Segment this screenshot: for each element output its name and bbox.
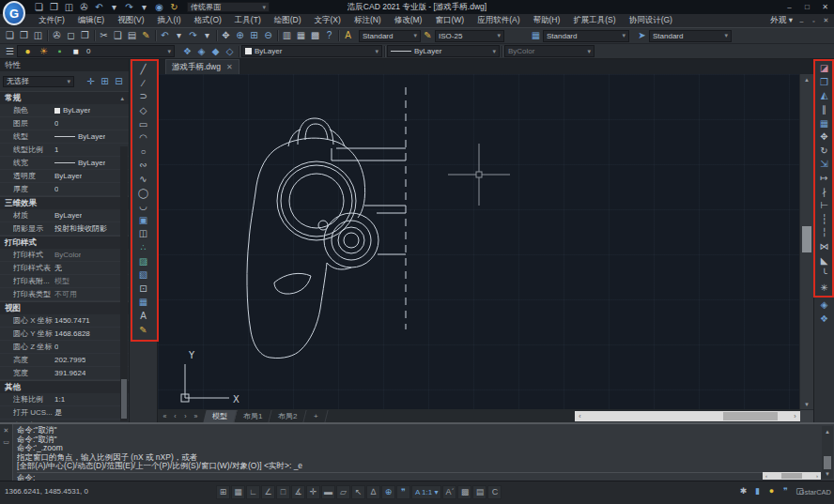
menu-item-5[interactable]: 工具(T)	[228, 15, 268, 26]
collapse-icon[interactable]: ▴	[120, 95, 124, 102]
clean-screen-icon[interactable]: C	[487, 485, 502, 499]
property-row[interactable]: 圆心 Y 坐标1468.6828	[0, 328, 129, 341]
section-header[interactable]: 打印样式▴	[0, 236, 129, 249]
chevron-down-icon[interactable]: ▾	[489, 48, 496, 55]
chamfer-icon[interactable]: ◣	[817, 253, 832, 267]
menu-item-3[interactable]: 插入(I)	[151, 15, 188, 26]
undo-dropdown-icon[interactable]: ▾	[172, 29, 186, 42]
layout-prev-icon[interactable]: ‹	[170, 410, 180, 421]
gradient-icon[interactable]: ▧	[136, 268, 151, 283]
lineweight-display-icon[interactable]: ▬	[321, 485, 335, 499]
menu-item-10[interactable]: 窗口(W)	[428, 15, 471, 26]
scroll-down-icon[interactable]: ▼	[822, 468, 833, 479]
quick-select-icon[interactable]: ⊟	[112, 75, 126, 88]
close-icon[interactable]: ✕	[226, 63, 233, 71]
property-row[interactable]: 线型ByLayer	[0, 130, 129, 144]
revision-cloud-icon[interactable]: ∾	[136, 159, 151, 173]
layout-tab-2[interactable]: 布局2	[270, 410, 308, 422]
layer-properties-icon[interactable]: ☰	[3, 45, 17, 58]
chevron-down-icon[interactable]: ▾	[259, 4, 266, 11]
rotate-icon[interactable]: ↻	[817, 145, 832, 159]
command-window[interactable]: ✕ ▭ 命令:"取消"命令:"取消"命令:'_.zoom指定窗口的角点，输入比例…	[0, 422, 834, 481]
canvas-horizontal-scrollbar[interactable]: ‹ ›	[575, 411, 800, 421]
layout-first-icon[interactable]: «	[160, 410, 170, 421]
annotation-visibility-icon[interactable]: Aˊ	[442, 485, 456, 499]
menu-item-12[interactable]: 帮助(H)	[526, 15, 566, 26]
make-object-layer-current-icon[interactable]: ❖	[180, 45, 194, 58]
menu-item-7[interactable]: 文字(X)	[308, 15, 348, 26]
property-row[interactable]: 注释比例1:1	[0, 393, 129, 406]
command-history[interactable]: 命令:"取消"命令:"取消"命令:'_.zoom指定窗口的角点，输入比例因子 (…	[17, 426, 817, 471]
property-row[interactable]: 打印样式表无	[0, 262, 129, 275]
section-header[interactable]: 视图▴	[0, 301, 129, 314]
object-snap-tracking-icon[interactable]: ∡	[291, 485, 305, 499]
pan-icon[interactable]: ✥	[219, 29, 233, 42]
tips-bulb-icon[interactable]: ●	[765, 485, 778, 497]
scroll-left-icon[interactable]: ‹	[763, 473, 770, 479]
select-objects-icon[interactable]: ⊞	[98, 75, 112, 88]
menu-item-8[interactable]: 标注(N)	[348, 15, 388, 26]
mleader-style-combo[interactable]: Standard▾	[649, 30, 732, 42]
property-row[interactable]: 高度202.7995	[0, 354, 129, 367]
stretch-icon[interactable]: ↦	[817, 172, 832, 186]
workspace-switch-icon[interactable]: ▤	[472, 485, 486, 499]
property-row[interactable]: 圆心 Z 坐标0	[0, 341, 129, 354]
fillet-icon[interactable]: ╰	[817, 267, 832, 282]
ellipse-arc-icon[interactable]: ◡	[136, 200, 151, 214]
scroll-right-icon[interactable]: ›	[813, 473, 821, 479]
menu-item-2[interactable]: 视图(V)	[111, 15, 150, 26]
layer-on-bulb-icon[interactable]: ●	[21, 45, 35, 58]
transparency-icon[interactable]: ▱	[336, 485, 350, 499]
construction-line-icon[interactable]: ∕	[136, 77, 151, 91]
property-row[interactable]: 打印表类型不可用	[0, 288, 129, 301]
doc-minimize-button[interactable]: –	[795, 16, 808, 26]
trim-icon[interactable]: ∤	[817, 185, 832, 199]
zoom-previous-icon[interactable]: ⊖	[261, 29, 275, 42]
insert-block-icon[interactable]: ▣	[136, 214, 151, 228]
property-row[interactable]: 材质ByLayer	[0, 209, 129, 222]
canvas-scroll-thumb[interactable]	[802, 226, 811, 252]
help-icon[interactable]: ?	[322, 29, 336, 42]
undo-icon[interactable]: ↶	[158, 29, 172, 42]
table-style-icon[interactable]: ▦	[529, 29, 543, 42]
menu-item-13[interactable]: 扩展工具(S)	[566, 15, 622, 26]
menu-item-14[interactable]: 协同设计(G)	[623, 15, 679, 26]
dim-style-icon[interactable]: ✎	[421, 29, 435, 42]
section-header[interactable]: 三维效果▴	[0, 196, 129, 209]
layout-last-icon[interactable]: »	[191, 410, 201, 421]
redo-icon[interactable]: ↷	[186, 29, 200, 42]
isodraft-icon[interactable]: ▩	[457, 485, 471, 499]
move-icon[interactable]: ✥	[817, 130, 832, 145]
menu-item-1[interactable]: 编辑(E)	[71, 15, 111, 26]
draworder-icon[interactable]: ◈	[817, 298, 832, 313]
redo-icon[interactable]: ↷	[122, 1, 136, 14]
properties-palette-icon[interactable]: ▥	[280, 29, 294, 42]
undo-icon[interactable]: ↶	[92, 1, 106, 14]
close-icon[interactable]: ✕	[2, 426, 11, 435]
mirror-icon[interactable]: ◭	[817, 89, 832, 103]
layer-isolate-icon[interactable]: ◇	[223, 45, 237, 58]
print-preview-icon[interactable]: ◻	[64, 29, 78, 42]
break-at-point-icon[interactable]: ┆	[817, 213, 832, 227]
gstarcad-logo-icon[interactable]: G	[3, 1, 25, 25]
redo-dropdown-icon[interactable]: ▾	[200, 29, 214, 42]
polyline-icon[interactable]: ⊃	[136, 90, 151, 104]
plot-icon[interactable]: ✇	[50, 29, 64, 42]
extend-icon[interactable]: ⊢	[817, 199, 832, 213]
layer-freeze-sun-icon[interactable]: ☀	[37, 45, 51, 58]
command-scroll-thumb[interactable]	[824, 456, 831, 469]
snap-mode-icon[interactable]: ⊞	[216, 485, 230, 499]
erase-icon[interactable]: ◪	[817, 62, 832, 76]
close-button[interactable]: ✕	[816, 1, 834, 13]
object-snap-icon[interactable]: □	[276, 485, 290, 499]
toggle-pickadd-icon[interactable]: ✛	[84, 75, 98, 88]
spline-icon[interactable]: ∿	[136, 173, 151, 187]
property-row[interactable]: 线宽ByLayer	[0, 157, 129, 170]
calculator-icon[interactable]: ▩	[308, 29, 322, 42]
layer-color-swatch[interactable]: ■	[69, 45, 83, 58]
layout-next-icon[interactable]: ›	[180, 410, 191, 421]
menu-item-11[interactable]: 应用软件(A)	[471, 15, 526, 26]
section-header[interactable]: 常规▴	[0, 91, 129, 104]
chevron-down-icon[interactable]: ▾	[64, 78, 70, 85]
property-row[interactable]: 打印表附...模型	[0, 275, 129, 288]
